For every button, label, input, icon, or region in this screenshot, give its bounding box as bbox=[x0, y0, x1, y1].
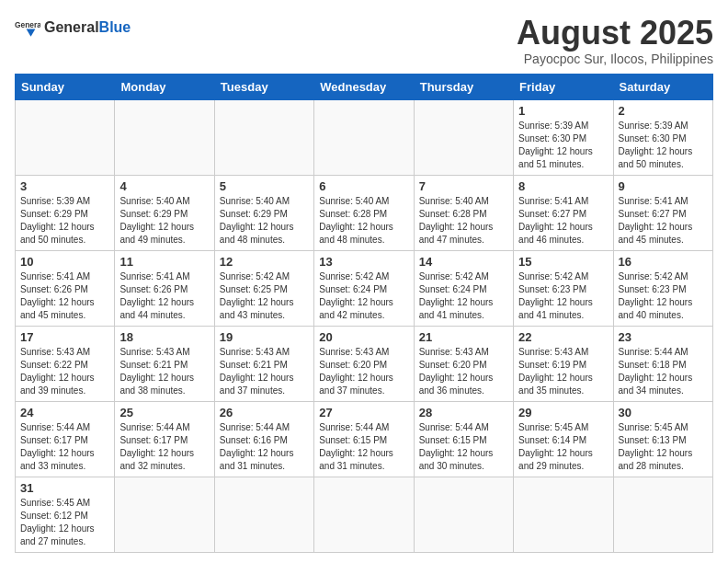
calendar-cell: 21Sunrise: 5:43 AM Sunset: 6:20 PM Dayli… bbox=[414, 326, 513, 401]
calendar-cell: 26Sunrise: 5:44 AM Sunset: 6:16 PM Dayli… bbox=[214, 401, 313, 477]
calendar-cell: 20Sunrise: 5:43 AM Sunset: 6:20 PM Dayli… bbox=[314, 326, 414, 401]
day-info: Sunrise: 5:45 AM Sunset: 6:13 PM Dayligh… bbox=[619, 421, 708, 473]
day-number: 5 bbox=[220, 179, 309, 193]
calendar-table: SundayMondayTuesdayWednesdayThursdayFrid… bbox=[15, 74, 713, 553]
page-header: General GeneralBlue August 2025 Payocpoc… bbox=[15, 15, 713, 66]
day-number: 21 bbox=[419, 330, 508, 344]
calendar-cell: 25Sunrise: 5:44 AM Sunset: 6:17 PM Dayli… bbox=[115, 401, 214, 477]
day-number: 1 bbox=[518, 104, 608, 118]
calendar-title: August 2025 bbox=[517, 15, 713, 52]
day-info: Sunrise: 5:42 AM Sunset: 6:24 PM Dayligh… bbox=[319, 270, 408, 322]
day-number: 3 bbox=[20, 179, 109, 193]
calendar-cell: 14Sunrise: 5:42 AM Sunset: 6:24 PM Dayli… bbox=[414, 250, 513, 326]
weekday-header-row: SundayMondayTuesdayWednesdayThursdayFrid… bbox=[16, 74, 713, 99]
day-info: Sunrise: 5:42 AM Sunset: 6:23 PM Dayligh… bbox=[518, 270, 608, 322]
day-number: 17 bbox=[20, 330, 109, 344]
calendar-cell: 8Sunrise: 5:41 AM Sunset: 6:27 PM Daylig… bbox=[514, 175, 613, 250]
calendar-cell bbox=[514, 477, 613, 552]
day-number: 28 bbox=[419, 406, 508, 419]
day-info: Sunrise: 5:42 AM Sunset: 6:23 PM Dayligh… bbox=[619, 270, 708, 322]
calendar-cell: 24Sunrise: 5:44 AM Sunset: 6:17 PM Dayli… bbox=[16, 401, 115, 477]
day-number: 9 bbox=[619, 179, 708, 193]
day-info: Sunrise: 5:39 AM Sunset: 6:29 PM Dayligh… bbox=[20, 195, 109, 247]
calendar-cell: 2Sunrise: 5:39 AM Sunset: 6:30 PM Daylig… bbox=[613, 99, 712, 175]
calendar-week-row: 24Sunrise: 5:44 AM Sunset: 6:17 PM Dayli… bbox=[16, 401, 713, 477]
calendar-week-row: 3Sunrise: 5:39 AM Sunset: 6:29 PM Daylig… bbox=[16, 175, 713, 250]
day-info: Sunrise: 5:44 AM Sunset: 6:15 PM Dayligh… bbox=[319, 421, 408, 473]
day-number: 10 bbox=[20, 255, 109, 269]
day-info: Sunrise: 5:44 AM Sunset: 6:17 PM Dayligh… bbox=[119, 421, 209, 473]
logo-icon: General bbox=[15, 15, 40, 40]
calendar-cell: 17Sunrise: 5:43 AM Sunset: 6:22 PM Dayli… bbox=[16, 326, 115, 401]
calendar-cell: 10Sunrise: 5:41 AM Sunset: 6:26 PM Dayli… bbox=[16, 250, 115, 326]
calendar-cell: 4Sunrise: 5:40 AM Sunset: 6:29 PM Daylig… bbox=[115, 175, 214, 250]
day-number: 2 bbox=[619, 104, 708, 118]
day-info: Sunrise: 5:40 AM Sunset: 6:28 PM Dayligh… bbox=[319, 195, 408, 247]
day-number: 20 bbox=[319, 330, 408, 344]
day-info: Sunrise: 5:45 AM Sunset: 6:12 PM Dayligh… bbox=[20, 497, 109, 548]
day-info: Sunrise: 5:41 AM Sunset: 6:26 PM Dayligh… bbox=[119, 270, 209, 322]
calendar-cell: 15Sunrise: 5:42 AM Sunset: 6:23 PM Dayli… bbox=[514, 250, 613, 326]
calendar-cell: 1Sunrise: 5:39 AM Sunset: 6:30 PM Daylig… bbox=[514, 99, 613, 175]
calendar-cell bbox=[414, 477, 513, 552]
calendar-cell bbox=[214, 99, 313, 175]
logo: General GeneralBlue bbox=[15, 15, 131, 40]
day-info: Sunrise: 5:42 AM Sunset: 6:24 PM Dayligh… bbox=[419, 270, 508, 322]
day-info: Sunrise: 5:40 AM Sunset: 6:28 PM Dayligh… bbox=[419, 195, 508, 247]
day-number: 18 bbox=[119, 330, 209, 344]
logo-general: General bbox=[44, 19, 99, 35]
day-number: 7 bbox=[419, 179, 508, 193]
day-number: 26 bbox=[220, 406, 309, 419]
day-number: 14 bbox=[419, 255, 508, 269]
day-number: 25 bbox=[119, 406, 209, 419]
calendar-cell bbox=[414, 99, 513, 175]
day-info: Sunrise: 5:39 AM Sunset: 6:30 PM Dayligh… bbox=[619, 120, 708, 171]
calendar-cell: 19Sunrise: 5:43 AM Sunset: 6:21 PM Dayli… bbox=[214, 326, 313, 401]
day-info: Sunrise: 5:41 AM Sunset: 6:27 PM Dayligh… bbox=[619, 195, 708, 247]
calendar-cell bbox=[115, 99, 214, 175]
day-info: Sunrise: 5:41 AM Sunset: 6:26 PM Dayligh… bbox=[20, 270, 109, 322]
day-number: 19 bbox=[220, 330, 309, 344]
calendar-cell: 3Sunrise: 5:39 AM Sunset: 6:29 PM Daylig… bbox=[16, 175, 115, 250]
day-info: Sunrise: 5:45 AM Sunset: 6:14 PM Dayligh… bbox=[518, 421, 608, 473]
day-info: Sunrise: 5:39 AM Sunset: 6:30 PM Dayligh… bbox=[518, 120, 608, 171]
day-number: 16 bbox=[619, 255, 708, 269]
day-info: Sunrise: 5:44 AM Sunset: 6:17 PM Dayligh… bbox=[20, 421, 109, 473]
calendar-week-row: 10Sunrise: 5:41 AM Sunset: 6:26 PM Dayli… bbox=[16, 250, 713, 326]
day-number: 4 bbox=[119, 179, 209, 193]
day-number: 8 bbox=[518, 179, 608, 193]
calendar-week-row: 1Sunrise: 5:39 AM Sunset: 6:30 PM Daylig… bbox=[16, 99, 713, 175]
day-info: Sunrise: 5:43 AM Sunset: 6:21 PM Dayligh… bbox=[119, 346, 209, 397]
calendar-cell: 23Sunrise: 5:44 AM Sunset: 6:18 PM Dayli… bbox=[613, 326, 712, 401]
calendar-cell bbox=[613, 477, 712, 552]
calendar-subtitle: Payocpoc Sur, Ilocos, Philippines bbox=[517, 52, 713, 66]
day-number: 22 bbox=[518, 330, 608, 344]
svg-marker-1 bbox=[27, 29, 36, 36]
calendar-cell: 16Sunrise: 5:42 AM Sunset: 6:23 PM Dayli… bbox=[613, 250, 712, 326]
calendar-cell: 5Sunrise: 5:40 AM Sunset: 6:29 PM Daylig… bbox=[214, 175, 313, 250]
calendar-cell: 6Sunrise: 5:40 AM Sunset: 6:28 PM Daylig… bbox=[314, 175, 414, 250]
day-info: Sunrise: 5:44 AM Sunset: 6:18 PM Dayligh… bbox=[619, 346, 708, 397]
day-number: 27 bbox=[319, 406, 408, 419]
day-info: Sunrise: 5:40 AM Sunset: 6:29 PM Dayligh… bbox=[220, 195, 309, 247]
logo-blue: Blue bbox=[99, 19, 131, 35]
calendar-cell: 27Sunrise: 5:44 AM Sunset: 6:15 PM Dayli… bbox=[314, 401, 414, 477]
weekday-header-friday: Friday bbox=[514, 74, 613, 99]
day-number: 13 bbox=[319, 255, 408, 269]
calendar-cell: 9Sunrise: 5:41 AM Sunset: 6:27 PM Daylig… bbox=[613, 175, 712, 250]
day-number: 15 bbox=[518, 255, 608, 269]
calendar-week-row: 31Sunrise: 5:45 AM Sunset: 6:12 PM Dayli… bbox=[16, 477, 713, 552]
day-number: 11 bbox=[119, 255, 209, 269]
day-info: Sunrise: 5:43 AM Sunset: 6:21 PM Dayligh… bbox=[220, 346, 309, 397]
title-section: August 2025 Payocpoc Sur, Ilocos, Philip… bbox=[517, 15, 713, 66]
calendar-cell bbox=[115, 477, 214, 552]
weekday-header-sunday: Sunday bbox=[16, 74, 115, 99]
calendar-week-row: 17Sunrise: 5:43 AM Sunset: 6:22 PM Dayli… bbox=[16, 326, 713, 401]
day-number: 31 bbox=[20, 481, 109, 495]
day-info: Sunrise: 5:44 AM Sunset: 6:15 PM Dayligh… bbox=[419, 421, 508, 473]
day-number: 30 bbox=[619, 406, 708, 419]
day-number: 12 bbox=[220, 255, 309, 269]
calendar-cell bbox=[16, 99, 115, 175]
weekday-header-saturday: Saturday bbox=[613, 74, 712, 99]
calendar-cell bbox=[314, 99, 414, 175]
